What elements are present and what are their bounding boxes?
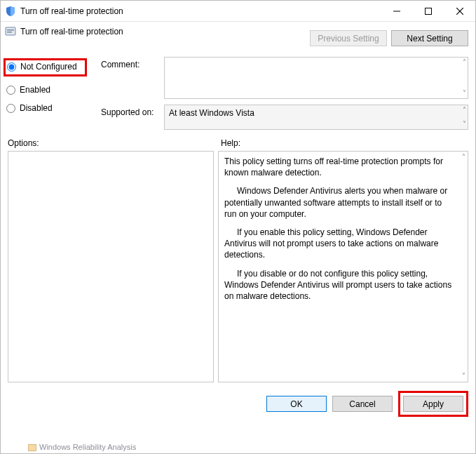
radio-enabled[interactable]: Enabled (6, 85, 87, 95)
folder-icon (28, 444, 36, 451)
supported-scrollbar: ˄˅ (463, 107, 466, 128)
radio-not-configured[interactable]: Not Configured (7, 62, 82, 72)
options-label: Options: (8, 138, 214, 148)
window-icon (5, 6, 16, 17)
radio-disabled-label: Disabled (20, 103, 53, 113)
radio-enabled-label: Enabled (20, 85, 50, 95)
svg-rect-5 (7, 29, 14, 31)
minimize-button[interactable] (381, 1, 412, 22)
svg-rect-6 (7, 32, 12, 33)
supported-textarea: At least Windows Vista ˄˅ (164, 105, 468, 130)
close-button[interactable] (444, 1, 475, 22)
comment-scrollbar[interactable]: ˄˅ (463, 59, 466, 97)
help-p4: If you disable or do not configure this … (224, 268, 454, 302)
background-tree-item: Windows Reliability Analysis (28, 443, 136, 451)
highlight-apply: Apply (398, 391, 468, 417)
ok-button[interactable]: OK (266, 396, 327, 412)
help-p3: If you enable this policy setting, Windo… (224, 227, 454, 261)
policy-icon (5, 26, 16, 37)
help-label: Help: (221, 138, 240, 148)
apply-button[interactable]: Apply (403, 396, 463, 412)
svg-line-2 (456, 8, 463, 15)
state-radio-group: Not Configured Enabled Disabled (6, 57, 87, 130)
radio-disabled[interactable]: Disabled (6, 103, 87, 113)
highlight-not-configured: Not Configured (4, 58, 87, 76)
radio-not-configured-input[interactable] (7, 62, 16, 72)
maximize-button[interactable] (412, 1, 444, 22)
window-title: Turn off real-time protection (20, 6, 381, 16)
help-panel: This policy setting turns off real-time … (218, 151, 468, 382)
help-p2: Windows Defender Antivirus alerts you wh… (224, 185, 454, 220)
svg-rect-1 (425, 8, 431, 15)
help-p1: This policy setting turns off real-time … (224, 156, 454, 178)
supported-value: At least Windows Vista (169, 108, 254, 118)
svg-line-3 (456, 8, 463, 15)
sub-header: Turn off real-time protection Previous S… (1, 22, 475, 57)
options-panel (8, 151, 214, 382)
previous-setting-button: Previous Setting (310, 30, 387, 46)
radio-disabled-input[interactable] (6, 104, 15, 113)
help-scrollbar[interactable]: ˄˅ (462, 154, 465, 380)
radio-enabled-input[interactable] (6, 86, 15, 95)
cancel-button[interactable]: Cancel (332, 396, 393, 412)
sub-title: Turn off real-time protection (20, 27, 123, 36)
radio-not-configured-label: Not Configured (20, 62, 77, 72)
supported-label: Supported on: (101, 105, 164, 117)
title-bar: Turn off real-time protection (1, 1, 475, 22)
svg-rect-4 (6, 27, 15, 35)
next-setting-button[interactable]: Next Setting (391, 30, 468, 46)
dialog-footer: OK Cancel Apply (1, 382, 475, 422)
comment-textarea[interactable]: ˄˅ (164, 57, 468, 99)
comment-label: Comment: (101, 57, 164, 69)
